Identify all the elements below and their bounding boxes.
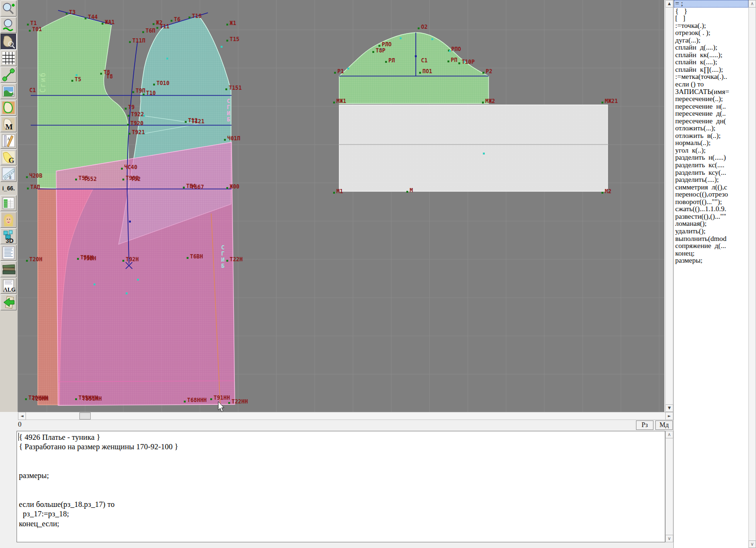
books-icon[interactable] [0,261,17,277]
svg-text:М: М [410,187,413,194]
toolbar: MАG8i_66.3DALG [0,0,18,412]
rz-button[interactable]: Рз [636,420,653,430]
editor-scroll-down-icon[interactable]: ∨ [665,535,673,542]
command-item[interactable]: нормаль(..); [674,139,748,147]
svg-text:Т6П: Т6П [146,27,155,34]
canvas-hscroll-thumb[interactable] [79,412,91,420]
command-item[interactable]: сопряжение д(... [674,242,748,250]
pattern-canvas[interactable]: Т3Т44ЖА1Т1Т01Ж2Т11Т6Т16Т6ПЖ1Т15Т11ПТ8Т8Т… [18,0,664,412]
svg-text:О2: О2 [421,24,428,30]
command-item[interactable]: пересечение н(.. [674,103,748,111]
alg-icon[interactable]: ALG [0,278,17,294]
grid-icon[interactable] [0,50,17,66]
command-item[interactable]: разделить ксу(... [674,169,748,177]
command-item[interactable]: :=метка(точка(.).. [674,73,748,81]
command-item[interactable]: сплайн к∏(....); [674,66,748,74]
editor-scroll-up-icon[interactable]: ∧ [665,431,673,438]
svg-text:ЧС40: ЧС40 [124,164,137,171]
svg-text:Сгиб: Сгиб [39,72,47,93]
command-item[interactable]: перенос((),отрезо [674,191,748,198]
canvas-hscrollbar[interactable] [18,412,673,420]
svg-text:Ж00: Ж00 [230,183,240,190]
command-item[interactable]: пересечение(..); [674,95,748,103]
editor-vscrollbar[interactable] [665,431,673,542]
command-item[interactable]: отложить(...); [674,125,748,132]
command-item[interactable]: = ; [674,0,748,8]
piece-front-skirt[interactable] [56,142,235,405]
piece-sleeve-cap[interactable] [339,33,489,103]
command-item[interactable]: удалить(); [674,228,748,235]
table-icon[interactable] [0,195,17,211]
editor-line [17,462,665,471]
program-editor[interactable]: { 4926 Платье - туника }{ Разработано на… [17,431,665,542]
command-item[interactable]: разделить кс(.... [674,162,748,169]
svg-text:ТО10: ТО10 [156,80,170,86]
command-item[interactable]: отложить в(..); [674,132,748,140]
command-item[interactable]: пересечение дн( [674,118,748,125]
command-list-scroll-up-icon[interactable]: ∧ [748,0,756,8]
command-item[interactable]: сжать(()...1.1.0.9. [674,206,748,213]
command-item[interactable]: [ ] [674,15,748,22]
text-list-icon[interactable] [0,245,17,261]
drafting-icon[interactable]: А [0,133,17,149]
image-icon[interactable] [0,83,17,99]
command-item[interactable]: дуга(...); [674,37,748,44]
export-icon[interactable] [0,294,17,310]
zoom-region-icon[interactable] [0,34,17,50]
command-item[interactable]: поворот(()...""); [674,198,748,206]
command-list-scrollbar[interactable] [748,0,756,548]
command-item[interactable]: угол к(..); [674,147,748,154]
measure-icon[interactable] [0,67,17,83]
portrait-icon[interactable] [0,212,17,228]
svg-text:МЖ2: МЖ2 [485,98,495,104]
editor-line: размеры; [17,471,665,480]
canvas-scroll-up-icon[interactable]: ▲ [665,0,673,8]
command-item[interactable]: разделить(....); [674,176,748,184]
command-item[interactable]: сплайн кк(.....); [674,51,748,59]
svg-text:Т10: Т10 [146,90,156,96]
command-item[interactable]: если () то [674,81,748,88]
svg-text:M: M [5,122,13,131]
zoom-out-icon[interactable] [0,17,17,33]
svg-text:ТАЛ: ТАЛ [30,184,40,190]
command-item[interactable]: конец; [674,250,748,257]
command-item[interactable]: отрезок( . ); [674,29,748,37]
i66-label[interactable]: i_66. [0,182,17,195]
command-item[interactable]: развести((),()..."" [674,213,748,221]
command-item[interactable]: пересечение д(.. [674,110,748,118]
command-item[interactable]: ЗАПИСАТЬ(имя= [674,88,748,96]
command-item[interactable]: симметрия л((),с [674,184,748,191]
command-item[interactable]: { } [674,8,748,15]
command-item[interactable]: выполнить(dmod [674,235,748,243]
svg-text:Т10Р: Т10Р [462,59,475,65]
pattern-g-icon[interactable]: G [0,149,17,165]
svg-text:Т44: Т44 [88,14,98,20]
command-item[interactable]: ломаная(); [674,220,748,228]
svg-text:М2: М2 [605,188,611,195]
editor-line [17,490,665,500]
canvas-scroll-down-icon[interactable]: ▼ [665,404,673,412]
command-item[interactable]: сплайн к(....); [674,59,748,66]
canvas-scroll-left-icon[interactable]: ◄ [18,412,26,420]
svg-text:Т22Н: Т22Н [230,256,243,263]
command-list-scroll-down-icon[interactable]: ∨ [748,540,756,548]
command-item[interactable]: :=точка(.); [674,22,748,30]
svg-text:Т3: Т3 [69,9,76,16]
command-item[interactable]: разделить н(.....) [674,154,748,162]
canvas-vscrollbar[interactable] [665,0,673,412]
command-list: = ;{ }[ ]:=точка(.);отрезок( . );дуга(..… [673,0,748,548]
zoom-in-icon[interactable] [0,0,17,17]
pattern-edit-icon[interactable] [0,100,17,116]
command-item[interactable]: сплайн д(....); [674,44,748,51]
md-button[interactable]: Мд [655,420,673,430]
ruler-icon[interactable]: 8 [0,166,17,182]
svg-text:Т667: Т667 [191,184,204,190]
piece-band[interactable] [339,105,608,191]
svg-text:СГИБ: СГИБ [227,98,230,123]
svg-text:Т92Н: Т92Н [126,256,139,263]
pattern-m-icon[interactable]: M [0,116,17,132]
svg-text:Т9П: Т9П [136,87,146,94]
three-d-icon[interactable]: 3D [0,228,17,244]
command-item[interactable]: размеры; [674,257,748,265]
canvas-scroll-right-icon[interactable]: ► [665,412,673,420]
